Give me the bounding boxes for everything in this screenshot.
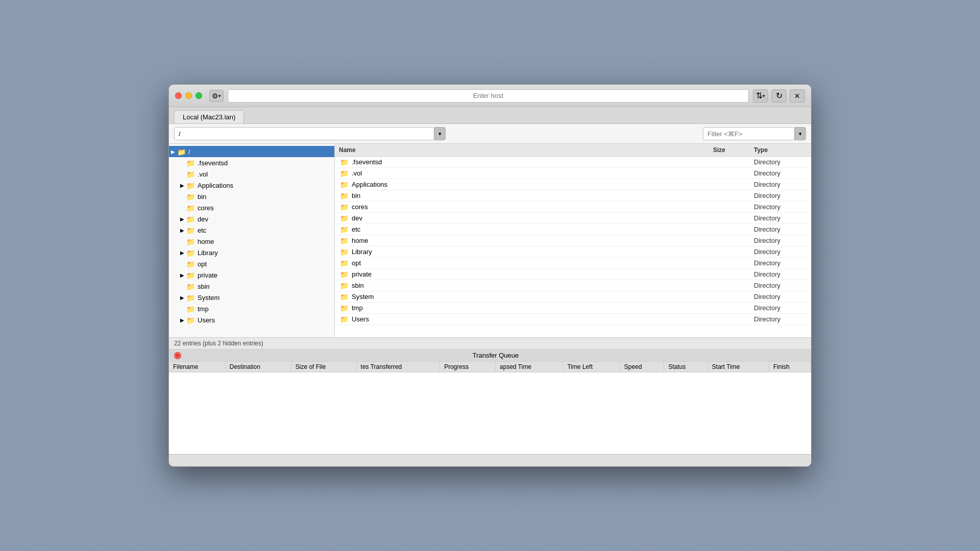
tree-item-system[interactable]: ▶📁System <box>169 292 334 303</box>
file-name-cell: 📁bin <box>335 192 709 200</box>
transfer-column-header[interactable]: Filename <box>169 362 225 372</box>
file-folder-icon: 📁 <box>340 282 349 290</box>
tree-arrow-root: ▶ <box>169 149 177 155</box>
file-row[interactable]: 📁optDirectory <box>335 258 811 269</box>
transfer-column-header[interactable]: Status <box>664 362 707 372</box>
file-row[interactable]: 📁.fseventsdDirectory <box>335 157 811 168</box>
file-type-text: Directory <box>750 270 811 278</box>
file-type-text: Directory <box>750 237 811 244</box>
refresh-icon: ↻ <box>776 91 782 101</box>
transfer-column-header[interactable]: Progress <box>440 362 496 372</box>
file-list-header: Name Size Type <box>335 144 811 157</box>
tree-item-home[interactable]: 📁home <box>169 236 334 247</box>
host-input[interactable] <box>228 89 749 103</box>
pathbar: ▾ ▾ <box>169 124 811 144</box>
tree-item-private[interactable]: ▶📁private <box>169 269 334 281</box>
minimize-button[interactable] <box>185 92 192 99</box>
transfer-column-header[interactable]: apsed Time <box>496 362 563 372</box>
tree-label-opt: opt <box>198 260 207 268</box>
folder-icon-root: 📁 <box>177 148 186 155</box>
file-row[interactable]: 📁SystemDirectory <box>335 291 811 303</box>
file-type-text: Directory <box>750 293 811 300</box>
gear-icon: ⚙ <box>212 92 218 100</box>
tree-item-opt[interactable]: 📁opt <box>169 258 334 269</box>
column-header-name[interactable]: Name <box>335 145 709 155</box>
file-name-text: bin <box>352 192 360 199</box>
file-name-cell: 📁Library <box>335 248 709 256</box>
file-name-text: private <box>352 270 372 278</box>
tree-item-fseventsd[interactable]: 📁.fseventsd <box>169 157 334 168</box>
transfer-column-header[interactable]: Start Time <box>707 362 769 372</box>
folder-icon-bin: 📁 <box>186 193 195 200</box>
file-row[interactable]: 📁tmpDirectory <box>335 303 811 314</box>
transfer-column-header[interactable]: Size of File <box>291 362 356 372</box>
tree-item-applications[interactable]: ▶📁Applications <box>169 180 334 191</box>
file-row[interactable]: 📁coresDirectory <box>335 202 811 213</box>
folder-icon-fseventsd: 📁 <box>186 159 195 166</box>
file-row[interactable]: 📁.volDirectory <box>335 168 811 179</box>
folder-icon-applications: 📁 <box>186 182 195 189</box>
file-type-text: Directory <box>750 214 811 222</box>
file-folder-icon: 📁 <box>340 293 349 301</box>
tree-arrow-etc: ▶ <box>178 228 186 233</box>
content-area: ▶ 📁 / 📁.fseventsd📁.vol▶📁Applications📁bin… <box>169 144 811 338</box>
folder-icon-home: 📁 <box>186 238 195 245</box>
folder-icon-etc: 📁 <box>186 227 195 234</box>
file-folder-icon: 📁 <box>340 181 349 189</box>
file-row[interactable]: 📁homeDirectory <box>335 235 811 246</box>
titlebar: ⚙ ▾ ⇅ ▾ ↻ ✕ <box>169 85 811 107</box>
transfer-column-header[interactable]: Speed <box>620 362 664 372</box>
tree-item-etc[interactable]: ▶📁etc <box>169 224 334 236</box>
path-dropdown-button[interactable]: ▾ <box>434 127 446 140</box>
file-row[interactable]: 📁UsersDirectory <box>335 314 811 325</box>
close-icon: ✕ <box>794 92 800 100</box>
file-row[interactable]: 📁LibraryDirectory <box>335 246 811 258</box>
tree-item-dev[interactable]: ▶📁dev <box>169 213 334 224</box>
tree-label-library: Library <box>198 249 218 257</box>
transfer-column-header[interactable]: Time Left <box>563 362 620 372</box>
close-button[interactable] <box>175 92 182 99</box>
filter-dropdown-button[interactable]: ▾ <box>795 127 806 140</box>
tree-item-library[interactable]: ▶📁Library <box>169 247 334 258</box>
tab-local[interactable]: Local (Mac23.lan) <box>174 110 244 123</box>
close-transfer-button[interactable]: ✕ <box>174 352 181 359</box>
file-row[interactable]: 📁sbinDirectory <box>335 280 811 291</box>
tree-item-cores[interactable]: 📁cores <box>169 202 334 213</box>
tree-item-bin[interactable]: 📁bin <box>169 191 334 202</box>
gear-button[interactable]: ⚙ ▾ <box>209 90 224 102</box>
file-name-text: dev <box>352 214 362 222</box>
tree-label-private: private <box>198 271 217 279</box>
tree-item-sbin[interactable]: 📁sbin <box>169 281 334 292</box>
file-name-cell: 📁cores <box>335 203 709 211</box>
disconnect-button[interactable]: ✕ <box>790 89 805 103</box>
refresh-button[interactable]: ↻ <box>771 89 787 103</box>
transfer-column-header[interactable]: Destination <box>225 362 291 372</box>
tree-item-tmp[interactable]: 📁tmp <box>169 303 334 314</box>
tree-arrow-applications: ▶ <box>178 183 186 188</box>
column-header-size[interactable]: Size <box>709 145 750 155</box>
folder-icon-vol: 📁 <box>186 170 195 178</box>
column-header-type[interactable]: Type <box>750 145 811 155</box>
path-input[interactable] <box>174 127 434 140</box>
tree-item-vol[interactable]: 📁.vol <box>169 168 334 180</box>
file-folder-icon: 📁 <box>340 304 349 312</box>
file-row[interactable]: 📁binDirectory <box>335 190 811 202</box>
tree-label-fseventsd: .fseventsd <box>198 159 228 167</box>
transfer-column-header[interactable]: Finish <box>769 362 811 372</box>
tree-item-root[interactable]: ▶ 📁 / <box>169 146 334 157</box>
filter-input[interactable] <box>703 127 795 140</box>
tree-item-users[interactable]: ▶📁Users <box>169 314 334 325</box>
file-type-text: Directory <box>750 203 811 211</box>
file-folder-icon: 📁 <box>340 237 349 245</box>
file-row[interactable]: 📁ApplicationsDirectory <box>335 179 811 190</box>
file-row[interactable]: 📁privateDirectory <box>335 269 811 280</box>
file-row[interactable]: 📁etcDirectory <box>335 224 811 235</box>
transfer-column-header[interactable]: tes Transferred <box>356 362 440 372</box>
main-window: ⚙ ▾ ⇅ ▾ ↻ ✕ Local (Mac23.lan) ▾ ▾ <box>168 84 812 467</box>
tree-container: 📁.fseventsd📁.vol▶📁Applications📁bin📁cores… <box>169 157 334 325</box>
file-row[interactable]: 📁devDirectory <box>335 213 811 224</box>
transfer-toggle-button[interactable]: ⇅ ▾ <box>753 89 768 103</box>
file-name-cell: 📁etc <box>335 226 709 234</box>
maximize-button[interactable] <box>195 92 202 99</box>
file-name-text: cores <box>352 203 368 211</box>
